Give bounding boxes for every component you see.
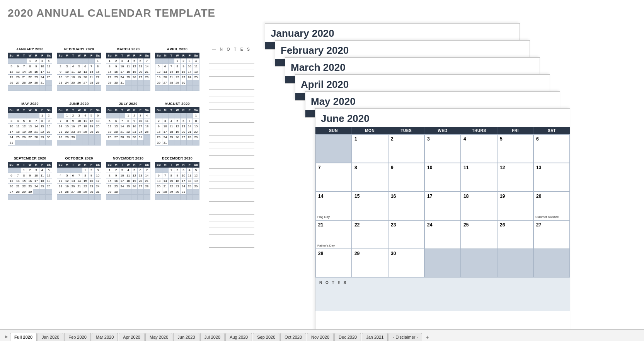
- note-line[interactable]: [209, 223, 254, 228]
- mini-day-cell: 30: [45, 135, 52, 140]
- mini-day-cell: 14: [143, 64, 150, 69]
- day-cell[interactable]: 17: [424, 192, 461, 220]
- mini-day-cell: 15: [106, 69, 113, 75]
- day-cell[interactable]: 15: [352, 192, 388, 220]
- day-cell[interactable]: 3: [424, 134, 461, 163]
- day-cell[interactable]: 28: [315, 249, 352, 278]
- sheet-tab[interactable]: Full 2020: [10, 333, 37, 341]
- day-cell[interactable]: 25: [461, 220, 497, 249]
- note-line[interactable]: [209, 216, 254, 221]
- note-line[interactable]: [209, 124, 254, 129]
- day-number: 11: [463, 165, 494, 170]
- mini-month-table: SuMTWRFSa1234567891011121314151617181920…: [57, 53, 101, 91]
- mini-day-cell: [131, 189, 138, 195]
- note-line[interactable]: [209, 98, 254, 103]
- sheet-tab[interactable]: Apr 2020: [119, 333, 145, 341]
- mini-day-cell: 20: [113, 129, 119, 135]
- note-line[interactable]: [209, 203, 254, 208]
- sheet-tab[interactable]: Feb 2020: [64, 333, 90, 341]
- day-cell[interactable]: 14Flag Day: [315, 192, 352, 220]
- note-line[interactable]: [209, 209, 254, 215]
- note-line[interactable]: [209, 157, 254, 162]
- day-cell[interactable]: 9: [388, 163, 424, 192]
- day-cell[interactable]: 30: [388, 249, 424, 278]
- note-line[interactable]: [209, 242, 254, 248]
- sheet-tab[interactable]: May 2020: [145, 333, 172, 341]
- day-cell[interactable]: 26: [497, 220, 533, 249]
- day-cell[interactable]: 22: [352, 220, 388, 249]
- mini-day-cell: [162, 58, 168, 64]
- note-line[interactable]: [209, 58, 254, 63]
- month-notes-area[interactable]: [315, 288, 570, 311]
- mini-day-cell: 6: [70, 173, 76, 178]
- day-cell[interactable]: 6: [533, 134, 570, 163]
- sheet-tab[interactable]: Aug 2020: [225, 333, 252, 341]
- day-cell[interactable]: 27: [533, 220, 570, 249]
- sheet-tab[interactable]: Nov 2020: [307, 333, 334, 341]
- sheet-tab[interactable]: Jul 2020: [200, 333, 225, 341]
- note-line[interactable]: [209, 84, 254, 90]
- note-line[interactable]: [209, 163, 254, 169]
- note-line[interactable]: [209, 170, 254, 175]
- add-sheet-button[interactable]: +: [423, 333, 431, 341]
- day-cell[interactable]: [315, 134, 352, 163]
- note-line[interactable]: [209, 117, 254, 123]
- note-line[interactable]: [209, 111, 254, 116]
- day-cell[interactable]: 18: [461, 192, 497, 220]
- day-cell[interactable]: 5: [497, 134, 533, 163]
- mini-day-cell: 19: [131, 178, 138, 184]
- note-line[interactable]: [209, 196, 254, 202]
- sheet-tab[interactable]: Oct 2020: [280, 333, 306, 341]
- day-cell[interactable]: 23: [388, 220, 424, 249]
- note-line[interactable]: [209, 91, 254, 96]
- day-cell[interactable]: 16: [388, 192, 424, 220]
- note-line[interactable]: [209, 176, 254, 182]
- day-cell[interactable]: 13: [533, 163, 570, 192]
- day-cell[interactable]: [497, 249, 533, 278]
- day-cell[interactable]: 8: [352, 163, 388, 192]
- mini-day-cell: 21: [15, 184, 21, 189]
- sheet-tab[interactable]: Sep 2020: [253, 333, 279, 341]
- mini-day-cell: 2: [113, 168, 119, 173]
- sheet-tab[interactable]: Jun 2020: [173, 333, 199, 341]
- note-line[interactable]: [209, 130, 254, 136]
- day-cell[interactable]: [533, 249, 570, 278]
- day-cell[interactable]: 4: [461, 134, 497, 163]
- day-cell[interactable]: 1: [352, 134, 388, 163]
- day-cell[interactable]: 29: [352, 249, 388, 278]
- day-cell[interactable]: 21Father's Day: [315, 220, 352, 249]
- mini-dow-header: F: [88, 53, 94, 58]
- mini-day-cell: 22: [193, 129, 199, 135]
- note-line[interactable]: [209, 65, 254, 70]
- note-line[interactable]: [209, 144, 254, 149]
- day-cell[interactable]: [424, 249, 461, 278]
- note-line[interactable]: [209, 183, 254, 188]
- sheet-tab[interactable]: Mar 2020: [92, 333, 118, 341]
- day-cell[interactable]: 7: [315, 163, 352, 192]
- sheet-tab[interactable]: - Disclaimer -: [388, 333, 422, 341]
- mini-day-cell: 20: [15, 75, 21, 80]
- day-cell[interactable]: 24: [424, 220, 461, 249]
- note-line[interactable]: [209, 150, 254, 156]
- note-line[interactable]: [209, 78, 254, 83]
- day-cell[interactable]: 19: [497, 192, 533, 220]
- day-cell[interactable]: 2: [388, 134, 424, 163]
- note-line[interactable]: [209, 104, 254, 110]
- note-line[interactable]: [209, 229, 254, 235]
- note-line[interactable]: [209, 71, 254, 77]
- tab-nav-prev-icon[interactable]: ▶: [3, 334, 10, 341]
- day-cell[interactable]: 20Summer Solstice: [533, 192, 570, 220]
- sheet-tab[interactable]: Jan 2020: [37, 333, 63, 341]
- day-cell[interactable]: 10: [424, 163, 461, 192]
- sheet-tab[interactable]: Jan 2021: [362, 333, 388, 341]
- note-line[interactable]: [209, 236, 254, 241]
- mini-day-cell: 10: [119, 173, 125, 178]
- sheet-tab[interactable]: Dec 2020: [334, 333, 361, 341]
- day-cell[interactable]: 12: [497, 163, 533, 192]
- note-line[interactable]: [209, 190, 254, 195]
- day-cell[interactable]: 11: [461, 163, 497, 192]
- day-cell[interactable]: [461, 249, 497, 278]
- mini-day-cell: 26: [8, 80, 15, 86]
- note-line[interactable]: [209, 249, 254, 254]
- note-line[interactable]: [209, 137, 254, 142]
